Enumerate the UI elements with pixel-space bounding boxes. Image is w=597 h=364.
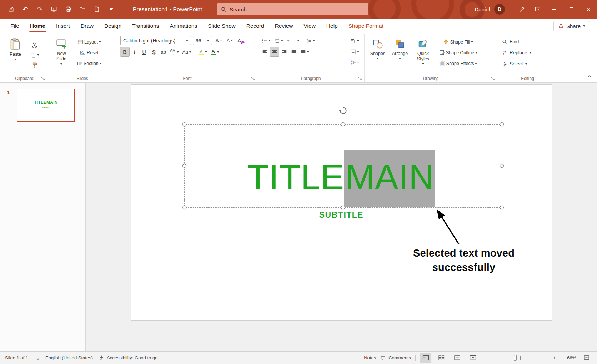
view-normal-button[interactable] [420,353,431,363]
tab-shape-format[interactable]: Shape Format [343,19,389,34]
text-shadow-button[interactable]: S [149,47,158,56]
print-icon[interactable] [61,3,75,16]
ribbon-display-options-button[interactable] [530,0,546,19]
align-text-button[interactable] [349,47,361,56]
zoom-out-button[interactable]: − [483,355,489,361]
save-icon[interactable] [4,3,18,16]
layout-button[interactable]: Layout [75,37,103,46]
slide-subtitle-text[interactable]: SUBTITLE [131,210,552,220]
share-button[interactable]: Share [553,21,590,31]
shrink-font-button[interactable]: A [225,36,234,45]
tab-transitions[interactable]: Transitions [127,19,164,34]
tab-view[interactable]: View [298,19,321,34]
grow-font-button[interactable]: A [214,36,224,45]
zoom-slider[interactable] [493,358,547,358]
zoom-slider-thumb[interactable] [514,355,517,361]
minimize-button[interactable] [546,0,563,19]
clipboard-dialog-launcher[interactable] [41,76,45,81]
find-button[interactable]: Find [500,37,555,46]
rotate-handle[interactable] [338,106,348,115]
justify-button[interactable] [289,47,298,56]
paragraph-dialog-launcher[interactable] [358,76,362,81]
accessibility-status[interactable]: Accessibility: Good to go [99,355,157,361]
redo-icon[interactable]: ↷ [33,3,46,16]
maximize-button[interactable] [563,0,580,19]
reset-button[interactable]: Reset [75,48,103,57]
slide-thumbnail-1[interactable]: TITLEMAIN SUBTITLE [17,89,75,122]
resize-handle-top-left[interactable] [182,122,186,126]
view-reading-button[interactable] [451,353,463,363]
increase-indent-button[interactable] [295,36,304,45]
notes-button[interactable]: Notes [356,355,376,361]
align-center-button[interactable] [270,47,279,56]
resize-handle-top-center[interactable] [341,122,345,126]
search-box[interactable] [217,3,368,15]
shape-effects-button[interactable]: Shape Effects [437,59,479,68]
clear-formatting-button[interactable]: A [236,36,246,45]
numbering-button[interactable]: 123 [273,36,285,45]
view-slideshow-button[interactable] [467,353,478,363]
fit-slide-to-window-button[interactable] [581,353,592,363]
search-input[interactable] [230,6,365,12]
proofing-status[interactable] [34,355,40,361]
font-family-combo[interactable]: Calibri Light (Headings) [120,36,191,45]
account-name[interactable]: Daniel [475,6,490,12]
tab-insert[interactable]: Insert [51,19,75,34]
text-direction-button[interactable] [349,36,361,45]
format-painter-button[interactable] [29,61,41,70]
align-right-button[interactable] [280,47,289,56]
shape-outline-button[interactable]: Shape Outline [437,48,479,57]
character-spacing-button[interactable]: AV↔ [169,47,180,56]
open-folder-icon[interactable] [76,3,89,16]
start-slideshow-icon[interactable] [47,3,61,16]
tab-record[interactable]: Record [241,19,270,34]
section-button[interactable]: Section [75,59,103,68]
shape-fill-button[interactable]: Shape Fill [437,37,479,46]
shapes-button[interactable]: Shapes [367,36,388,72]
slide-editing-surface[interactable]: TITLEMAIN SUBTITLE Selected text moved s… [131,84,552,321]
tab-file[interactable]: File [5,19,25,34]
cut-button[interactable] [29,41,41,50]
tab-review[interactable]: Review [270,19,298,34]
resize-handle-bottom-right[interactable] [500,206,504,209]
strikethrough-button[interactable]: ab [159,47,168,56]
comments-button[interactable]: Comments [380,355,411,361]
bold-button[interactable]: B [120,47,129,56]
bullets-button[interactable] [260,36,272,45]
align-left-button[interactable] [260,47,269,56]
tab-draw[interactable]: Draw [75,19,99,34]
copy-button[interactable] [29,51,41,60]
quick-styles-button[interactable]: Quick Styles [412,36,435,72]
underline-button[interactable]: U [140,47,149,56]
select-button[interactable]: Select [500,59,555,69]
tab-slide-show[interactable]: Slide Show [202,19,241,34]
view-slide-sorter-button[interactable] [436,353,447,363]
language-status[interactable]: English (United States) [45,355,93,360]
undo-icon[interactable]: ↶ [19,3,32,16]
change-case-button[interactable]: Aa [181,47,193,56]
customize-qat-button[interactable] [104,3,118,16]
arrange-button[interactable]: Arrange [389,36,411,72]
resize-handle-bottom-left[interactable] [182,206,186,209]
slide-title-text[interactable]: TITLEMAIN [131,158,552,197]
line-spacing-button[interactable] [305,36,316,45]
italic-button[interactable]: I [130,47,139,56]
tab-animations[interactable]: Animations [164,19,202,34]
decrease-indent-button[interactable] [285,36,294,45]
drawing-dialog-launcher[interactable] [491,76,495,81]
close-button[interactable]: × [580,0,597,19]
font-dialog-launcher[interactable] [251,76,255,81]
zoom-in-button[interactable]: + [551,355,558,361]
avatar[interactable]: D [494,4,505,15]
new-file-icon[interactable] [90,3,104,16]
replace-button[interactable]: Replace [500,48,555,57]
tab-help[interactable]: Help [321,19,343,34]
new-slide-button[interactable]: New Slide [50,36,72,72]
text-highlight-color-button[interactable] [197,47,209,56]
tab-home[interactable]: Home [25,19,51,34]
zoom-level[interactable]: 66% [562,355,576,360]
ink-pen-button[interactable] [514,0,530,19]
tab-design[interactable]: Design [99,19,127,34]
font-size-combo[interactable]: 96 [193,36,212,45]
resize-handle-top-right[interactable] [500,122,504,126]
